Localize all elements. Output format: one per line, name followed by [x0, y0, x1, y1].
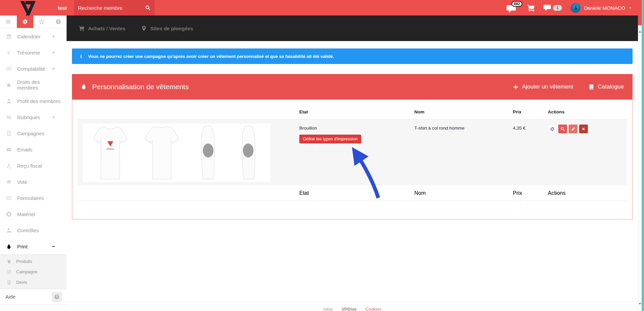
x-icon — [581, 127, 585, 131]
plus-icon[interactable] — [51, 115, 56, 119]
svg-text:?: ? — [57, 20, 59, 24]
garment-preview-strip: VPDive — [82, 123, 271, 183]
footer-cookies-link[interactable]: Cookies — [366, 307, 381, 311]
main-content: i Vous ne pourrez créer une campagne qu'… — [67, 41, 638, 311]
star-icon — [6, 82, 12, 88]
sidebar-item-label: Print — [17, 244, 28, 249]
column-header-nom: Nom — [414, 190, 513, 196]
breadcrumb-dive-sites[interactable]: Sites de plongées — [141, 25, 193, 31]
magnifier-icon — [560, 127, 565, 131]
submenu-item-campagne[interactable]: Campagne — [0, 267, 67, 277]
sidebar-item-emails[interactable]: Emails — [0, 141, 67, 158]
document-icon — [6, 131, 12, 136]
plus-icon[interactable] — [51, 66, 56, 71]
chevron-down-icon[interactable] — [628, 6, 632, 10]
gear-icon — [550, 127, 555, 132]
droplet-icon — [6, 244, 12, 249]
footer-infos-link[interactable]: Infos — [324, 307, 333, 311]
sidebar-item-calendrier[interactable]: Calendrier — [0, 28, 67, 44]
column-header-actions: Actions — [548, 109, 627, 114]
print-submenu: Produits Campagne Devis — [0, 254, 67, 289]
search-icon[interactable] — [145, 4, 151, 11]
sidebar-item-label: Droits des membres — [17, 79, 61, 91]
panel-body: Etat Nom Prix Actions VPDive — [72, 100, 633, 219]
breadcrumb-purchases[interactable]: Achats / Ventes — [79, 25, 125, 31]
calendar-icon — [6, 34, 12, 39]
sidebar-item-print[interactable]: Print — [0, 238, 67, 254]
cart-icon[interactable] — [527, 4, 535, 12]
column-header-etat: Etat — [299, 109, 414, 114]
define-print-types-button[interactable]: Définir les types d'impression — [299, 135, 361, 143]
minus-icon[interactable] — [51, 244, 56, 249]
vertical-scrollbar[interactable] — [638, 25, 642, 311]
sidebar-item-campagnes[interactable]: Campagnes — [0, 125, 67, 141]
configure-button[interactable] — [548, 125, 557, 133]
svg-text:?: ? — [56, 295, 58, 299]
submenu-item-produits[interactable]: Produits — [0, 256, 67, 267]
vpdive-logo[interactable] — [20, 1, 36, 15]
sidebar-item-rubriques[interactable]: Rubriques — [0, 109, 67, 125]
column-header-prix: Prix — [513, 190, 548, 196]
sidebar-item-label: Emails — [17, 147, 32, 152]
scroll-up-arrow[interactable] — [639, 31, 641, 33]
info-icon: i — [79, 54, 83, 59]
prix-cell: 4,35 € — [513, 123, 548, 183]
check-square-icon — [7, 270, 11, 274]
sidebar-item-formulaires[interactable]: Formulaires — [0, 190, 67, 206]
sidebar-item-label: Calendrier — [17, 34, 40, 39]
svg-text:i: i — [80, 54, 82, 59]
search-input[interactable] — [78, 5, 145, 11]
actions-cell — [548, 123, 627, 183]
list-lines-icon — [6, 114, 12, 120]
sidebar-item-profil-membres[interactable]: Profil des membres — [0, 93, 67, 109]
question-circle-icon: ? — [54, 294, 60, 300]
view-button[interactable] — [558, 125, 567, 133]
tshirt-side-right-image — [234, 125, 263, 181]
edit-button[interactable] — [569, 125, 577, 133]
add-garment-label: Ajouter un vêtement — [522, 83, 573, 90]
sidebar-item-droits-membres[interactable]: Droits des membres — [0, 77, 67, 93]
tab-menu[interactable] — [0, 15, 17, 28]
footer-brand: VPDive — [342, 307, 357, 311]
tab-settings[interactable] — [17, 15, 34, 28]
member-search[interactable] — [74, 0, 155, 15]
delete-button[interactable] — [579, 125, 588, 133]
plus-icon[interactable] — [51, 50, 56, 55]
sidebar-item-comptabilite[interactable]: Comptabilité — [0, 61, 67, 77]
catalogue-button[interactable]: Catalogue — [589, 83, 624, 90]
tab-favorites[interactable] — [33, 15, 50, 28]
question-circle-icon: ? — [55, 19, 61, 25]
breadcrumb-dive-sites-label: Sites de plongées — [150, 26, 193, 31]
breadcrumb: Achats / Ventes Sites de plongées — [67, 15, 638, 41]
star-outline-icon — [39, 19, 44, 25]
messages-icon[interactable] — [543, 4, 551, 11]
panel-header: Personnalisation de vêtements Ajouter un… — [72, 74, 633, 100]
submenu-item-devis[interactable]: Devis — [0, 277, 67, 287]
sidebar-item-materiel[interactable]: Matériel — [0, 206, 67, 222]
status-badge: Brouillon — [299, 126, 414, 131]
add-garment-button[interactable]: Ajouter un vêtement — [513, 83, 573, 90]
user-icon — [6, 98, 12, 104]
user-name[interactable]: Daniele MONACO — [584, 5, 625, 11]
sidebar-item-vote[interactable]: Vote — [0, 174, 67, 190]
scroll-down-arrow[interactable] — [639, 303, 641, 305]
form-icon — [6, 195, 12, 201]
svg-text:VPDive: VPDive — [106, 148, 114, 150]
sidebar-item-controles[interactable]: Contrôles — [0, 222, 67, 238]
tshirt-side-left-image — [193, 125, 223, 181]
plus-icon[interactable] — [51, 34, 56, 39]
graduation-cap-icon — [6, 179, 12, 185]
tab-help[interactable]: ? — [50, 15, 67, 28]
help-button[interactable]: ? — [52, 292, 62, 302]
column-header-nom: Nom — [414, 109, 513, 114]
submenu-item-label: Produits — [16, 259, 32, 264]
column-header-actions: Actions — [548, 190, 627, 196]
table-header-top: Etat Nom Prix Actions — [77, 105, 627, 119]
environment-label[interactable]: test — [58, 0, 67, 15]
sidebar: Calendrier € Trésorerie Comptabilité Dro… — [0, 28, 67, 311]
notifications-button[interactable]: 882 — [506, 1, 522, 15]
help-label: Aide — [5, 294, 15, 300]
sidebar-item-tresorerie[interactable]: € Trésorerie — [0, 44, 67, 61]
avatar[interactable] — [571, 3, 580, 13]
sidebar-item-recu-fiscal[interactable]: Reçu fiscal — [0, 158, 67, 174]
